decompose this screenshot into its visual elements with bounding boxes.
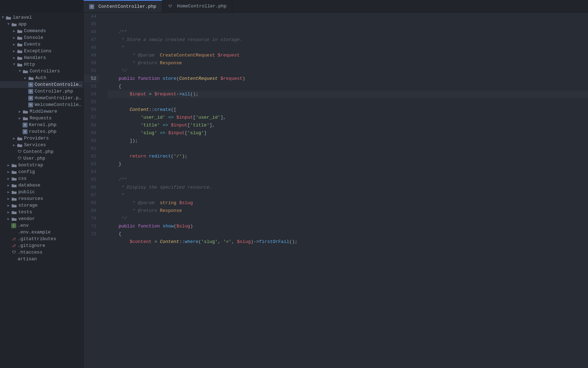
line-number: 68 <box>84 199 99 207</box>
line-number: 64 <box>84 168 99 176</box>
sidebar-item-public[interactable]: ▶ public <box>0 189 83 195</box>
sidebar-item-resources[interactable]: ▶ resources <box>0 195 83 202</box>
sidebar-item-label: ContentController.php <box>35 82 83 87</box>
code-content: /** * Store a newly created resource in … <box>102 13 588 368</box>
svg-rect-43 <box>12 212 17 214</box>
svg-rect-8 <box>17 43 19 44</box>
folder-icon <box>17 136 23 141</box>
sidebar-item-label: routes.php <box>29 129 83 134</box>
folder-icon <box>17 42 23 47</box>
code-line: return redirect('/'); <box>108 153 588 160</box>
sidebar-item-commands[interactable]: ▶ Commands <box>0 28 83 34</box>
editor[interactable]: 4445464748495051525354555657585960616263… <box>84 13 588 368</box>
svg-rect-40 <box>12 204 14 205</box>
sidebar-item-label: public <box>18 189 83 195</box>
sidebar-item-controller[interactable]: ⚙Controller.php <box>0 88 83 95</box>
sidebar-item-providers[interactable]: ▶ Providers <box>0 135 83 142</box>
sidebar-item-label: HomeController.php <box>35 95 83 101</box>
folder-icon <box>11 196 17 201</box>
sidebar-item-exceptions[interactable]: ▶ Exceptions <box>0 48 83 54</box>
sidebar-item-auth[interactable]: ▶ Auth <box>0 75 83 81</box>
svg-rect-17 <box>23 71 28 73</box>
php-file-icon: ⚙ <box>23 123 28 127</box>
sidebar-item-userphp[interactable]: 🛡User.php <box>0 155 83 162</box>
sidebar-item-label: .gitignore <box>18 243 83 248</box>
sidebar-item-requests[interactable]: ▶ Requests <box>0 115 83 121</box>
tab-label: ContentController.php <box>98 4 156 9</box>
sidebar-item-homecontroller[interactable]: ⚙HomeController.php <box>0 95 83 101</box>
sidebar-item-vendor[interactable]: ▶ vendor <box>0 215 83 222</box>
folder-icon <box>11 216 17 221</box>
sidebar-item-label: Controller.php <box>35 89 83 94</box>
sidebar-item-database[interactable]: ▶ database <box>0 182 83 189</box>
svg-rect-0 <box>6 16 8 17</box>
svg-rect-24 <box>17 137 19 138</box>
folder-icon <box>11 190 17 195</box>
tab-bar: ⚙ ContentController.php 🛡 HomeController… <box>84 0 588 13</box>
folder-arrow-icon: ▼ <box>6 22 11 26</box>
folder-icon <box>23 116 28 121</box>
code-line: * @param string $slug <box>108 199 588 207</box>
sidebar-item-bootstrap[interactable]: ▶ bootstrap <box>0 162 83 168</box>
sidebar-item-kernel[interactable]: ⚙Kernel.php <box>0 121 83 128</box>
folder-icon <box>11 163 17 168</box>
folder-arrow-icon: ▼ <box>11 63 17 66</box>
sidebar-item-storage[interactable]: ▶ storage <box>0 202 83 209</box>
sidebar-item-label: bootstrap <box>18 162 83 168</box>
sidebar-item-handlers[interactable]: ▶ Handlers <box>0 54 83 61</box>
tab-content-controller[interactable]: ⚙ ContentController.php <box>84 0 162 12</box>
sidebar-item-envexample[interactable]: .env.example <box>0 229 83 236</box>
sidebar-item-config[interactable]: ▶ config <box>0 168 83 175</box>
svg-rect-41 <box>12 205 17 207</box>
folder-arrow-icon: ▶ <box>6 210 11 214</box>
line-number: 46 <box>84 28 99 36</box>
code-line: * Display the specified resource. <box>108 184 588 191</box>
sidebar-item-htaccess[interactable]: 🛡.htaccess <box>0 249 83 256</box>
folder-arrow-icon: ▼ <box>0 16 6 19</box>
sidebar-item-http[interactable]: ▼ Http <box>0 61 83 68</box>
sidebar-item-contentcontroller[interactable]: ⚙ContentController.php <box>0 81 83 88</box>
sidebar-item-label: vendor <box>18 216 83 221</box>
sidebar-item-label: .env <box>18 223 83 228</box>
line-number: 53 <box>84 83 99 90</box>
code-line <box>108 168 588 176</box>
code-line <box>108 145 588 153</box>
sidebar-item-artisan[interactable]: artisan <box>0 256 83 262</box>
code-line: } <box>108 160 588 168</box>
sidebar-item-routes[interactable]: ⚙routes.php <box>0 128 83 135</box>
folder-arrow-icon: ▶ <box>11 42 17 47</box>
tab-home-controller[interactable]: 🛡 HomeController.php <box>162 0 232 12</box>
sidebar-item-label: Commands <box>24 28 83 34</box>
sidebar-item-welcomecontroller[interactable]: ⚙WelcomeController.php <box>0 101 83 108</box>
sidebar-item-tests[interactable]: ▶ tests <box>0 209 83 215</box>
svg-rect-9 <box>17 44 22 46</box>
sidebar-item-label: Http <box>24 62 83 67</box>
sidebar: ▼ laravel▼ app▶ Commands▶ Console▶ Event… <box>0 13 84 368</box>
svg-rect-30 <box>12 171 14 171</box>
sidebar-item-gitignore[interactable]: ⎇.gitignore <box>0 242 83 249</box>
svg-rect-11 <box>17 51 22 53</box>
sidebar-item-middleware[interactable]: ▶ Middleware <box>0 108 83 115</box>
sidebar-item-contentphp[interactable]: 🛡Content.php <box>0 148 83 155</box>
folder-arrow-icon: ▶ <box>6 183 11 188</box>
code-line: /** <box>108 28 588 36</box>
folder-icon <box>17 62 23 67</box>
sidebar-item-envfile[interactable]: E.env <box>0 222 83 229</box>
sidebar-item-services[interactable]: ▶ Services <box>0 142 83 148</box>
sidebar-item-css[interactable]: ▶ css <box>0 175 83 182</box>
line-number: 58 <box>84 121 99 129</box>
folder-arrow-icon: ▶ <box>6 190 11 194</box>
sidebar-item-label: artisan <box>18 256 83 262</box>
sidebar-item-console[interactable]: ▶ Console <box>0 34 83 41</box>
line-number: 66 <box>84 184 99 191</box>
svg-rect-26 <box>17 144 19 144</box>
svg-rect-42 <box>12 211 14 212</box>
code-line: Content::create([ <box>108 106 588 114</box>
sidebar-item-controllers[interactable]: ▼ Controllers <box>0 68 83 75</box>
tab-label: HomeController.php <box>177 4 226 9</box>
sidebar-item-app[interactable]: ▼ app <box>0 21 83 28</box>
sidebar-item-gitattributes[interactable]: ⎇.gitattributes <box>0 236 83 242</box>
sidebar-item-events[interactable]: ▶ Events <box>0 41 83 48</box>
code-line: 'user_id' => $input['user_id'], <box>108 114 588 121</box>
sidebar-item-laravel[interactable]: ▼ laravel <box>0 14 83 21</box>
